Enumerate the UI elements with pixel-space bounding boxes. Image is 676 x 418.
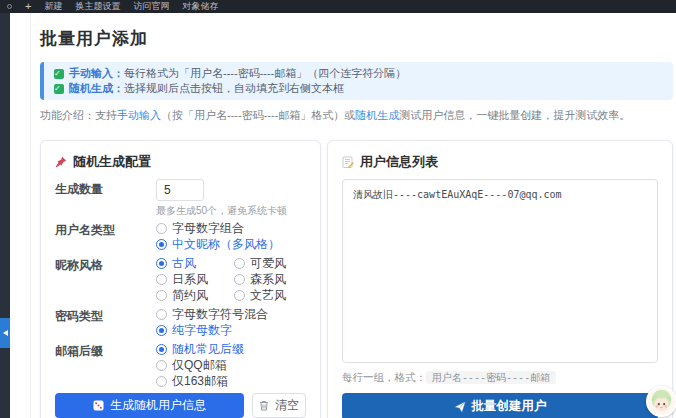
- green-check-icon: ✓: [54, 84, 64, 94]
- alert-label: 随机生成：: [69, 82, 124, 94]
- radio-label: 随机常见后缀: [172, 341, 244, 357]
- intro-text: 测试用户信息，一键批量创建，提升测试效率。: [399, 109, 630, 121]
- radio-icon: [156, 325, 167, 336]
- radio-label: 古风: [172, 255, 196, 271]
- radio-style-forest[interactable]: 森系风: [234, 271, 312, 287]
- main-row: 批量用户添加 ✓ 手动输入：每行格式为「用户名----密码----邮箱」（四个连…: [0, 13, 676, 418]
- radio-icon: [156, 344, 167, 355]
- field-username-type: 用户名类型 字母数字组合 中文昵称（多风格）: [55, 220, 306, 252]
- topbar-item-object-storage[interactable]: 对象储存: [182, 0, 218, 13]
- random-config-title: 随机生成配置: [73, 153, 151, 171]
- batch-create-users-button[interactable]: 批量创建用户: [342, 393, 658, 418]
- field-nickname-style: 昵称风格 古风 可爱风 日: [55, 255, 306, 303]
- field-count: 生成数量 最多生成50个，避免系统卡顿: [55, 179, 306, 217]
- radio-style-artsy[interactable]: 文艺风: [234, 287, 312, 303]
- radio-icon: [234, 290, 245, 301]
- intro-highlight-manual: 手动输入: [117, 109, 161, 121]
- green-check-icon: ✓: [54, 69, 64, 79]
- user-list-title: 用户信息列表: [360, 153, 438, 171]
- radio-label: 日系风: [172, 271, 208, 287]
- user-list-textarea[interactable]: 清风故旧----cawtEAuXAqE----07@qq.com: [342, 179, 658, 363]
- radio-label: 中文昵称（多风格）: [172, 236, 280, 252]
- radio-label: 文艺风: [250, 287, 286, 303]
- radio-style-minimal[interactable]: 简约风: [156, 287, 234, 303]
- radio-label: 仅163邮箱: [172, 373, 228, 389]
- radio-label: 字母数字组合: [172, 220, 244, 236]
- format-note: 每行一组，格式：用户名----密码----邮箱: [342, 370, 658, 385]
- trash-icon: [259, 400, 269, 411]
- field-email-suffix-label: 邮箱后缀: [55, 341, 156, 389]
- format-note-code: 用户名----密码----邮箱: [426, 371, 556, 384]
- generate-button-label: 生成随机用户信息: [110, 397, 206, 414]
- radio-label: 森系风: [250, 271, 286, 287]
- radio-icon: [156, 239, 167, 250]
- info-alert: ✓ 手动输入：每行格式为「用户名----密码----邮箱」（四个连字符分隔） ✓…: [40, 62, 673, 100]
- create-button-label: 批量创建用户: [472, 398, 547, 415]
- page-content: 批量用户添加 ✓ 手动输入：每行格式为「用户名----密码----邮箱」（四个连…: [10, 13, 676, 418]
- count-input[interactable]: [156, 179, 204, 201]
- topbar-item-official-site[interactable]: 访问官网: [133, 0, 169, 13]
- collapsed-sidebar: [0, 13, 10, 418]
- alert-label: 手动输入：: [69, 67, 124, 79]
- user-list-header: 用户信息列表: [342, 153, 658, 171]
- format-note-text: 每行一组，格式：: [342, 371, 426, 383]
- arrow-left-icon: [3, 330, 8, 336]
- radio-password-mixed[interactable]: 字母数字符号混合: [156, 306, 306, 322]
- radio-icon: [234, 258, 245, 269]
- random-config-card: 随机生成配置 生成数量 最多生成50个，避免系统卡顿 用户名类型: [40, 140, 321, 418]
- radio-label: 可爱风: [250, 255, 286, 271]
- radio-password-alnum[interactable]: 纯字母数字: [156, 322, 306, 338]
- intro-text: 功能介绍：支持: [40, 109, 117, 121]
- alert-text: 选择规则后点击按钮，自动填充到右侧文本框: [124, 82, 344, 94]
- feature-intro: 功能介绍：支持手动输入（按「用户名----密码----邮箱」格式）或随机生成测试…: [40, 108, 673, 122]
- radio-icon: [156, 309, 167, 320]
- user-list-card: 用户信息列表 清风故旧----cawtEAuXAqE----07@qq.com …: [327, 140, 673, 418]
- radio-style-japanese[interactable]: 日系风: [156, 271, 234, 287]
- random-config-header: 随机生成配置: [55, 153, 306, 171]
- field-password-type: 密码类型 字母数字符号混合 纯字母数字: [55, 306, 306, 338]
- radio-icon: [156, 274, 167, 285]
- field-count-label: 生成数量: [55, 179, 156, 217]
- page-title: 批量用户添加: [40, 13, 673, 50]
- field-password-type-label: 密码类型: [55, 306, 156, 338]
- left-card-buttons: 生成随机用户信息 清空: [55, 393, 306, 418]
- memo-icon: [342, 156, 354, 168]
- pushpin-icon: [55, 156, 67, 168]
- radio-label: 简约风: [172, 287, 208, 303]
- radio-username-chinese-nick[interactable]: 中文昵称（多风格）: [156, 236, 306, 252]
- radio-icon: [156, 290, 167, 301]
- radio-style-ancient[interactable]: 古风: [156, 255, 234, 271]
- radio-email-random[interactable]: 随机常见后缀: [156, 341, 306, 357]
- topbar-item-new[interactable]: 新建: [44, 0, 62, 13]
- generate-random-users-button[interactable]: 生成随机用户信息: [55, 393, 244, 418]
- radio-icon: [156, 376, 167, 387]
- alert-text: 每行格式为「用户名----密码----邮箱」（四个连字符分隔）: [124, 67, 406, 79]
- radio-icon: [156, 223, 167, 234]
- browser-topbar: + 新建 换主题设置 访问官网 对象储存: [0, 0, 676, 13]
- radio-email-qq[interactable]: 仅QQ邮箱: [156, 357, 306, 373]
- radio-username-alnum[interactable]: 字母数字组合: [156, 220, 306, 236]
- radio-label: 字母数字符号混合: [172, 306, 268, 322]
- radio-icon: [156, 360, 167, 371]
- sidebar-toggle[interactable]: [0, 318, 10, 348]
- new-tab-plus-icon[interactable]: +: [25, 1, 31, 12]
- field-username-type-label: 用户名类型: [55, 220, 156, 252]
- radio-email-163[interactable]: 仅163邮箱: [156, 373, 306, 389]
- paper-plane-icon: [454, 401, 466, 413]
- mascot-avatar[interactable]: [646, 386, 676, 417]
- intro-text: （按「用户名----密码----邮箱」格式）或: [161, 109, 355, 121]
- radio-label: 仅QQ邮箱: [172, 357, 227, 373]
- clear-button-label: 清空: [275, 397, 299, 414]
- panels-row: 随机生成配置 生成数量 最多生成50个，避免系统卡顿 用户名类型: [40, 140, 673, 418]
- window-dot-icon: [7, 4, 12, 9]
- radio-icon: [156, 258, 167, 269]
- radio-icon: [234, 274, 245, 285]
- intro-highlight-random: 随机生成: [355, 109, 399, 121]
- topbar-item-theme-settings[interactable]: 换主题设置: [75, 0, 120, 13]
- alert-line-random: ✓ 随机生成：选择规则后点击按钮，自动填充到右侧文本框: [54, 81, 663, 96]
- dice-icon: [93, 400, 104, 411]
- field-email-suffix: 邮箱后缀 随机常见后缀 仅QQ邮箱: [55, 341, 306, 389]
- clear-button[interactable]: 清空: [252, 393, 306, 418]
- radio-label: 纯字母数字: [172, 322, 232, 338]
- radio-style-cute[interactable]: 可爱风: [234, 255, 312, 271]
